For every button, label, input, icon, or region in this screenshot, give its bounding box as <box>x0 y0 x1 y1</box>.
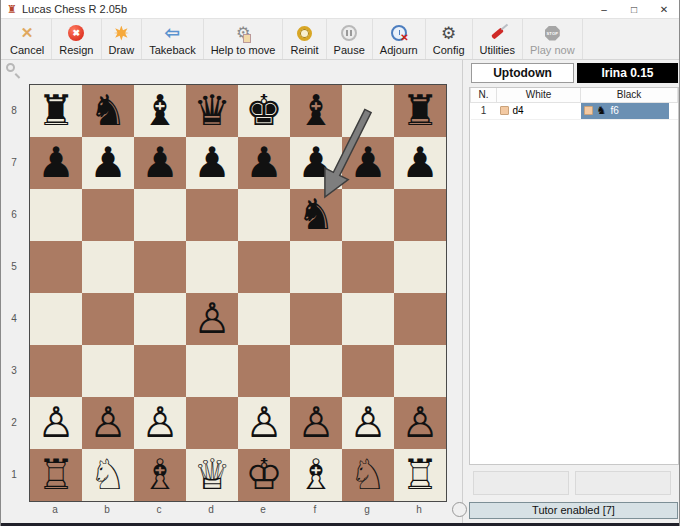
square-d8[interactable]: ♛ <box>186 85 238 137</box>
uptodown-button[interactable]: Uptodown <box>471 63 574 83</box>
square-c7[interactable]: ♟ <box>134 137 186 189</box>
adjourn-button[interactable]: ✕ Adjourn <box>373 19 426 59</box>
white-piece: ♙ <box>297 397 335 449</box>
engine-name-button[interactable]: Irina 0.15 <box>577 63 678 83</box>
square-h6[interactable] <box>394 189 446 241</box>
minimize-button[interactable]: – <box>589 0 619 18</box>
square-a7[interactable]: ♟ <box>30 137 82 189</box>
square-b7[interactable]: ♟ <box>82 137 134 189</box>
rank-label: 8 <box>7 84 21 136</box>
square-h8[interactable]: ♜ <box>394 85 446 137</box>
square-e2[interactable]: ♙ <box>238 397 290 449</box>
square-d3[interactable] <box>186 345 238 397</box>
square-c2[interactable]: ♙ <box>134 397 186 449</box>
square-d6[interactable] <box>186 189 238 241</box>
square-a1[interactable]: ♖ <box>30 449 82 501</box>
square-c3[interactable] <box>134 345 186 397</box>
square-g5[interactable] <box>342 241 394 293</box>
square-c8[interactable]: ♝ <box>134 85 186 137</box>
opening-book-icon <box>584 106 593 115</box>
square-g6[interactable] <box>342 189 394 241</box>
square-c5[interactable] <box>134 241 186 293</box>
help-to-move-button[interactable]: ⚙ Help to move <box>204 19 284 59</box>
chess-board[interactable]: ♜♞♝♛♚♝♜♟♟♟♟♟♟♟♟♞♙♙♙♙♙♙♙♙♖♘♗♕♔♗♘♖ <box>29 84 447 502</box>
square-g4[interactable] <box>342 293 394 345</box>
square-c4[interactable] <box>134 293 186 345</box>
square-h1[interactable]: ♖ <box>394 449 446 501</box>
square-f4[interactable] <box>290 293 342 345</box>
square-d7[interactable]: ♟ <box>186 137 238 189</box>
resign-button[interactable]: ✖ Resign <box>52 19 101 59</box>
square-g1[interactable]: ♘ <box>342 449 394 501</box>
white-piece: ♙ <box>349 397 387 449</box>
square-f8[interactable]: ♝ <box>290 85 342 137</box>
white-move-cell[interactable]: d4 <box>497 105 581 116</box>
square-h5[interactable] <box>394 241 446 293</box>
square-g7[interactable]: ♟ <box>342 137 394 189</box>
white-piece: ♙ <box>37 397 75 449</box>
square-d2[interactable] <box>186 397 238 449</box>
square-f5[interactable] <box>290 241 342 293</box>
reinit-button[interactable]: Reinit <box>283 19 326 59</box>
square-h3[interactable] <box>394 345 446 397</box>
black-piece: ♛ <box>193 85 231 137</box>
takeback-button[interactable]: ⇦ Takeback <box>142 19 203 59</box>
reinit-label: Reinit <box>290 44 318 56</box>
square-e3[interactable] <box>238 345 290 397</box>
square-g2[interactable]: ♙ <box>342 397 394 449</box>
square-a2[interactable]: ♙ <box>30 397 82 449</box>
square-b5[interactable] <box>82 241 134 293</box>
square-e5[interactable] <box>238 241 290 293</box>
square-a3[interactable] <box>30 345 82 397</box>
black-piece: ♟ <box>401 137 439 189</box>
square-f6[interactable]: ♞ <box>290 189 342 241</box>
black-piece: ♟ <box>193 137 231 189</box>
square-c1[interactable]: ♗ <box>134 449 186 501</box>
square-f3[interactable] <box>290 345 342 397</box>
white-move-text: d4 <box>513 105 524 116</box>
square-h4[interactable] <box>394 293 446 345</box>
file-label: d <box>185 504 237 515</box>
square-d4[interactable]: ♙ <box>186 293 238 345</box>
pause-button[interactable]: Pause <box>327 19 373 59</box>
square-a8[interactable]: ♜ <box>30 85 82 137</box>
maximize-button[interactable]: □ <box>619 0 649 18</box>
tutor-enabled-button[interactable]: Tutor enabled [7] <box>469 502 678 519</box>
square-c6[interactable] <box>134 189 186 241</box>
square-e6[interactable] <box>238 189 290 241</box>
magnifier-icon[interactable] <box>6 63 15 72</box>
cancel-button[interactable]: ✕ Cancel <box>3 19 52 59</box>
square-a6[interactable] <box>30 189 82 241</box>
main-area: 87654321 ♜♞♝♛♚♝♜♟♟♟♟♟♟♟♟♞♙♙♙♙♙♙♙♙♖♘♗♕♔♗♘… <box>1 60 679 523</box>
white-piece: ♙ <box>89 397 127 449</box>
square-b2[interactable]: ♙ <box>82 397 134 449</box>
square-g3[interactable] <box>342 345 394 397</box>
close-button[interactable]: ✕ <box>649 0 679 18</box>
square-f1[interactable]: ♗ <box>290 449 342 501</box>
square-f2[interactable]: ♙ <box>290 397 342 449</box>
square-b6[interactable] <box>82 189 134 241</box>
square-b4[interactable] <box>82 293 134 345</box>
black-move-cell-selected[interactable]: ♞ f6 <box>581 103 669 119</box>
cancel-x-icon: ✕ <box>21 24 34 43</box>
square-h7[interactable]: ♟ <box>394 137 446 189</box>
takeback-label: Takeback <box>149 44 195 56</box>
config-button[interactable]: ⚙ Config <box>426 19 473 59</box>
square-e4[interactable] <box>238 293 290 345</box>
square-e8[interactable]: ♚ <box>238 85 290 137</box>
draw-button[interactable]: Draw <box>102 19 143 59</box>
square-a4[interactable] <box>30 293 82 345</box>
square-b8[interactable]: ♞ <box>82 85 134 137</box>
square-b1[interactable]: ♘ <box>82 449 134 501</box>
utilities-button[interactable]: Utilities <box>473 19 523 59</box>
square-e1[interactable]: ♔ <box>238 449 290 501</box>
square-e7[interactable]: ♟ <box>238 137 290 189</box>
square-h2[interactable]: ♙ <box>394 397 446 449</box>
square-d1[interactable]: ♕ <box>186 449 238 501</box>
square-a5[interactable] <box>30 241 82 293</box>
square-b3[interactable] <box>82 345 134 397</box>
square-d5[interactable] <box>186 241 238 293</box>
square-g8[interactable] <box>342 85 394 137</box>
square-f7[interactable]: ♟ <box>290 137 342 189</box>
move-row-1: 1 d4 ♞ f6 <box>471 102 678 119</box>
